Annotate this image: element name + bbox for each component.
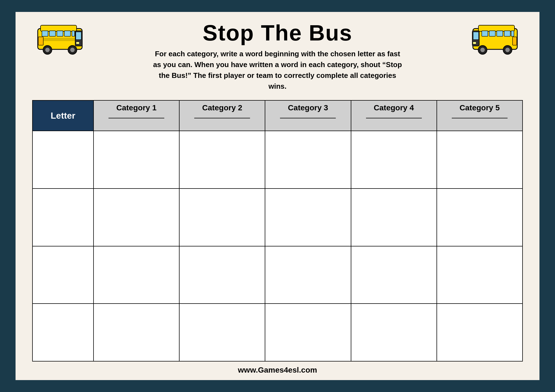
category-3-header: Category 3 [265,100,351,131]
svg-point-10 [45,48,50,52]
svg-rect-13 [76,42,79,44]
cat3-cell-3[interactable] [265,246,351,304]
table-row [32,246,523,304]
svg-rect-17 [478,25,514,31]
table-row [32,304,523,361]
svg-rect-6 [57,31,63,36]
letter-cell-4[interactable] [32,304,94,361]
cat1-cell-4[interactable] [94,304,179,361]
cat5-cell-4[interactable] [437,304,523,361]
svg-rect-1 [41,25,77,31]
letter-cell-2[interactable] [32,189,94,246]
cat4-cell-4[interactable] [351,304,437,361]
cat1-cell-3[interactable] [94,246,179,304]
svg-rect-22 [497,31,503,36]
category-2-header: Category 2 [179,100,265,131]
category-5-header: Category 5 [437,100,523,131]
page: Stop The Bus [14,10,541,382]
svg-point-12 [70,48,75,52]
table-row [32,189,523,246]
category-1-header: Category 1 [94,100,179,131]
subtitle-text: For each category, write a word beginnin… [153,49,402,92]
bus-left-icon [32,20,88,56]
page-title: Stop The Bus [142,20,413,46]
svg-rect-20 [482,31,488,36]
svg-rect-3 [76,32,81,40]
footer-url: www.Games4esl.com [238,366,317,375]
cat4-cell-2[interactable] [351,189,437,246]
svg-rect-23 [504,31,510,36]
svg-rect-7 [64,31,70,36]
letter-cell-3[interactable] [32,246,94,304]
cat3-cell-1[interactable] [265,131,351,189]
svg-rect-29 [473,42,476,44]
cat3-cell-4[interactable] [265,304,351,361]
table-row [32,131,523,189]
svg-point-28 [505,48,510,52]
cat4-cell-1[interactable] [351,131,437,189]
svg-rect-24 [511,31,514,36]
cat4-cell-3[interactable] [351,246,437,304]
cat2-cell-3[interactable] [179,246,265,304]
svg-rect-5 [49,31,56,36]
cat5-cell-1[interactable] [437,131,523,189]
cat5-cell-2[interactable] [437,189,523,246]
svg-rect-4 [42,31,48,36]
svg-rect-19 [473,32,479,40]
cat3-cell-2[interactable] [265,189,351,246]
svg-rect-15 [38,37,43,45]
cat1-cell-2[interactable] [94,189,179,246]
category-4-header: Category 4 [351,100,437,131]
letter-cell-1[interactable] [32,131,94,189]
svg-rect-8 [72,31,75,36]
header: Stop The Bus [32,20,523,46]
game-table: Letter Category 1 Category 2 Category 3 … [32,100,523,362]
svg-rect-30 [513,37,517,45]
letter-column-header: Letter [32,100,94,131]
svg-rect-21 [489,31,495,36]
cat2-cell-1[interactable] [179,131,265,189]
cat5-cell-3[interactable] [437,246,523,304]
cat2-cell-4[interactable] [179,304,265,361]
svg-point-26 [480,48,485,52]
bus-right-icon [467,20,523,56]
cat2-cell-2[interactable] [179,189,265,246]
cat1-cell-1[interactable] [94,131,179,189]
